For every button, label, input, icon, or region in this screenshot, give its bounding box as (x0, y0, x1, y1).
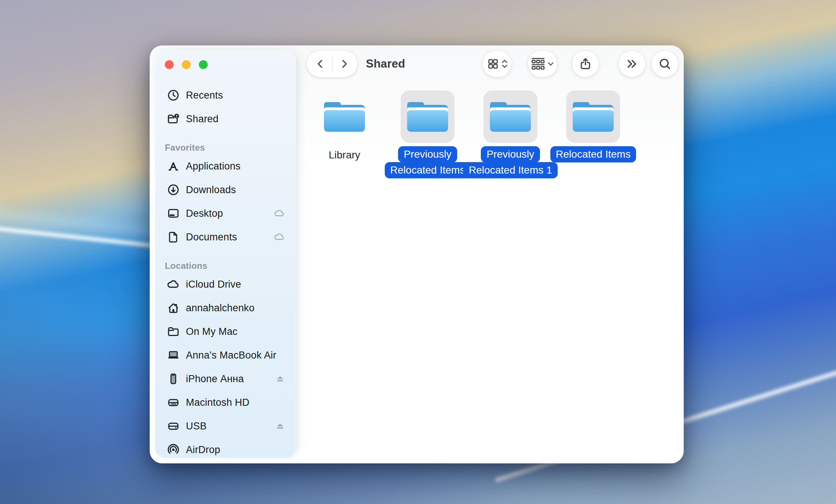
nav-back-forward-group (307, 51, 357, 77)
sidebar-item-icloud-drive[interactable]: iCloud Drive (159, 272, 292, 296)
sidebar-item-airdrop[interactable]: AirDrop (159, 438, 292, 458)
cloud-status-icon (273, 231, 286, 243)
sidebar-list: Recents Shared (155, 83, 296, 458)
sidebar-item-label: Anna’s MacBook Air (186, 350, 276, 361)
sidebar-item-macintosh-hd[interactable]: Macintosh HD (159, 391, 292, 414)
desktop-wallpaper: Recents Shared (0, 0, 836, 504)
file-label: Library (329, 148, 360, 162)
sidebar-item-label: Macintosh HD (186, 397, 249, 408)
sidebar-item-desktop[interactable]: Desktop (159, 202, 292, 225)
sidebar-item-recents[interactable]: Recents (159, 83, 292, 107)
hard-drive-icon (165, 396, 182, 409)
appstore-icon (165, 160, 182, 173)
group-rows-icon (531, 57, 545, 71)
clock-icon (165, 89, 182, 102)
chevron-right-icon (338, 58, 350, 70)
more-toolbar-items-button[interactable] (619, 51, 645, 77)
file-label-selected: Relocated Items (550, 146, 636, 162)
close-button[interactable] (165, 60, 174, 69)
sidebar-item-label: USB (186, 421, 207, 432)
download-circle-icon (165, 183, 182, 196)
window-title: Shared (366, 51, 405, 77)
double-chevron-right-icon (625, 57, 639, 71)
icloud-icon (165, 277, 182, 291)
zoom-button[interactable] (199, 60, 208, 69)
back-button[interactable] (309, 51, 332, 77)
chevron-up-down-icon (502, 58, 508, 69)
minimize-button[interactable] (182, 60, 191, 69)
sidebar-item-label: Documents (186, 232, 237, 243)
file-item-library[interactable]: Library (296, 90, 392, 162)
file-label-selected: Previously Relocated Items (385, 146, 470, 178)
desktop-icon (165, 207, 182, 220)
airdrop-icon (165, 443, 182, 457)
sidebar-item-label: Applications (186, 161, 241, 172)
sidebar: Recents Shared (155, 51, 296, 458)
sidebar-item-label: annahalchenko (186, 302, 255, 314)
file-item-previously-relocated-items[interactable]: Previously Relocated Items (380, 90, 476, 178)
sidebar-item-on-my-mac[interactable]: On My Mac (159, 320, 292, 343)
sidebar-item-home[interactable]: annahalchenko (159, 296, 292, 320)
document-icon (165, 230, 182, 244)
sidebar-item-label: Recents (186, 90, 223, 101)
search-button[interactable] (652, 51, 678, 77)
sidebar-item-label: AirDrop (186, 444, 220, 456)
finder-window: Recents Shared (150, 45, 684, 463)
group-by-button[interactable] (528, 51, 557, 77)
file-item-previously-relocated-items-1[interactable]: Previously Relocated Items 1 (462, 90, 558, 178)
sidebar-item-label: Downloads (186, 184, 236, 196)
share-button[interactable] (572, 51, 599, 77)
file-label-selected: Previously Relocated Items 1 (463, 146, 558, 178)
sidebar-item-downloads[interactable]: Downloads (159, 178, 292, 202)
sidebar-item-label: iPhone Анна (186, 373, 244, 385)
eject-icon[interactable] (275, 421, 286, 432)
eject-icon[interactable] (275, 373, 286, 384)
folder-outline-icon (165, 325, 182, 338)
iphone-icon (165, 372, 182, 386)
share-icon (578, 57, 592, 71)
home-icon (165, 301, 182, 315)
laptop-icon (165, 349, 182, 362)
forward-button[interactable] (333, 51, 356, 77)
sidebar-item-label: iCloud Drive (186, 279, 241, 290)
sidebar-item-label: Shared (186, 113, 218, 125)
traffic-lights (155, 51, 296, 69)
sidebar-item-usb[interactable]: USB (159, 414, 292, 438)
folder-icon (317, 90, 371, 143)
grid-icon (487, 58, 499, 70)
shared-folder-icon (165, 112, 182, 126)
folder-icon-selected (566, 90, 620, 143)
usb-drive-icon (165, 419, 182, 433)
sidebar-item-label: On My Mac (186, 326, 238, 337)
sidebar-item-label: Desktop (186, 208, 223, 219)
cloud-status-icon (273, 207, 286, 220)
sidebar-section-locations: Locations (159, 249, 292, 272)
sidebar-section-favorites: Favorites (159, 131, 292, 154)
chevron-down-icon (547, 61, 554, 67)
sidebar-item-documents[interactable]: Documents (159, 225, 292, 249)
sidebar-item-applications[interactable]: Applications (159, 154, 292, 178)
sidebar-item-shared[interactable]: Shared (159, 107, 292, 131)
sidebar-item-macbook[interactable]: Anna’s MacBook Air (159, 343, 292, 367)
sidebar-item-iphone[interactable]: iPhone Анна (159, 367, 292, 391)
folder-icon-selected (483, 90, 537, 143)
chevron-left-icon (314, 58, 327, 70)
folder-icon-selected (401, 90, 455, 143)
search-icon (658, 57, 672, 71)
file-item-relocated-items[interactable]: Relocated Items (545, 90, 641, 162)
view-switcher-button[interactable] (483, 51, 512, 77)
